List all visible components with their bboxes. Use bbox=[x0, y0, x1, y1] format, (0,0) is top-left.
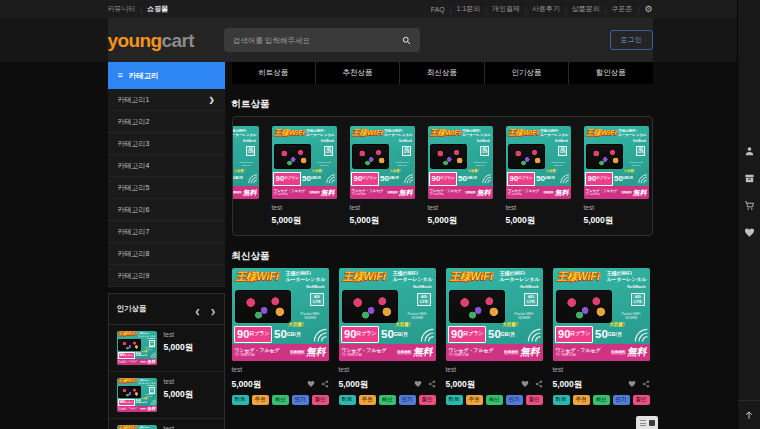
product-name[interactable]: test bbox=[232, 204, 259, 212]
tab-new[interactable]: 최신상품 bbox=[400, 62, 484, 84]
product-name[interactable]: test bbox=[232, 366, 329, 374]
ad-device-model: Pocket WiFi 501HW bbox=[296, 312, 325, 321]
product-card[interactable]: 王様WiFi 王様のWiFiルーターレンタル SoftBank 4GLTE Po… bbox=[339, 268, 436, 405]
product-card[interactable]: 王様WiFi 王様のWiFiルーターレンタル SoftBank 4GLTE Po… bbox=[232, 268, 329, 405]
view-toggle[interactable] bbox=[636, 416, 658, 429]
product-card[interactable]: 王様WiFi 王様のWiFiルーターレンタル SoftBank 4GLTE Po… bbox=[272, 126, 337, 225]
page: 커뮤니티 | 쇼핑몰 FAQ|1:1문의|개인결제|사용후기|상품문의|쿠폰존|… bbox=[0, 0, 760, 429]
topbar: 커뮤니티 | 쇼핑몰 FAQ|1:1문의|개인결제|사용후기|상품문의|쿠폰존|… bbox=[0, 0, 760, 18]
product-image[interactable]: 王様WiFi 王様のWiFiルーターレンタル SoftBank 4GLTE Po… bbox=[232, 126, 259, 199]
share-button[interactable] bbox=[428, 380, 436, 388]
popular-prev-button[interactable]: ❮ bbox=[195, 309, 200, 315]
new-section-title: 최신상품 bbox=[232, 250, 653, 261]
my-page-button[interactable] bbox=[744, 146, 755, 157]
product-card[interactable]: 王様WiFi 王様のWiFiルーターレンタル SoftBank 4GLTE Po… bbox=[506, 126, 571, 225]
sidebar-category-item[interactable]: 카테고리9 bbox=[108, 265, 225, 287]
sidebar-category-item[interactable]: 카테고리7 bbox=[108, 221, 225, 243]
product-card[interactable]: 王様WiFi 王様のWiFiルーターレンタル SoftBank 4GLTE Po… bbox=[553, 268, 650, 405]
topbar-link[interactable]: 상품문의 bbox=[572, 4, 600, 14]
gear-icon[interactable]: ⚙ bbox=[644, 5, 652, 14]
sidebar-category-item[interactable]: 카테고리2 bbox=[108, 111, 225, 133]
topbar-link[interactable]: 개인결제 bbox=[492, 4, 520, 14]
product-image[interactable]: 王様WiFi 王様のWiFiルーターレンタル SoftBank 4GLTE Po… bbox=[117, 331, 157, 365]
popular-product-item[interactable]: 王様WiFi 王様のWiFiルーターレンタル SoftBank 4GLTE Po… bbox=[109, 372, 224, 419]
product-image[interactable]: 王様WiFi 王様のWiFiルーターレンタル SoftBank 4GLTE Po… bbox=[506, 126, 571, 199]
product-image[interactable]: 王様WiFi 王様のWiFiルーターレンタル SoftBank 4GLTE Po… bbox=[339, 268, 436, 361]
search-icon[interactable] bbox=[402, 36, 411, 45]
product-card[interactable]: 王様WiFi 王様のWiFiルーターレンタル SoftBank 4GLTE Po… bbox=[446, 268, 543, 405]
topbar-link-community[interactable]: 커뮤니티 bbox=[108, 4, 136, 14]
quick-sidebar bbox=[737, 0, 760, 429]
tab-recommend[interactable]: 추천상품 bbox=[316, 62, 400, 84]
login-button[interactable]: 로그인 bbox=[610, 30, 653, 50]
product-name[interactable]: test bbox=[272, 204, 337, 212]
product-name[interactable]: test bbox=[446, 366, 543, 374]
product-image[interactable]: 王様WiFi 王様のWiFiルーターレンタル SoftBank 4GLTE Po… bbox=[584, 126, 649, 199]
search-input[interactable] bbox=[233, 36, 402, 45]
popular-product-item[interactable]: 王様WiFi 王様のWiFiルーターレンタル SoftBank 4GLTE Po… bbox=[109, 325, 224, 372]
wifi-signal-icon bbox=[150, 399, 156, 405]
search-bar bbox=[224, 28, 420, 52]
sidebar-category-item[interactable]: 카테고리4 bbox=[108, 155, 225, 177]
product-card[interactable]: 王様WiFi 王様のWiFiルーターレンタル SoftBank 4GLTE Po… bbox=[350, 126, 415, 225]
wishlist-button[interactable] bbox=[414, 380, 422, 388]
product-image[interactable]: 王様WiFi 王様のWiFiルーターレンタル SoftBank 4GLTE Po… bbox=[117, 378, 157, 412]
product-tag: 인기 bbox=[399, 395, 416, 405]
product-name[interactable]: test bbox=[553, 366, 650, 374]
list-view-icon[interactable] bbox=[640, 420, 646, 426]
product-image[interactable]: 王様WiFi 王様のWiFiルーターレンタル SoftBank 4GLTE Po… bbox=[350, 126, 415, 199]
wishlist-button[interactable] bbox=[307, 380, 315, 388]
product-card[interactable]: 王様WiFi 王様のWiFiルーターレンタル SoftBank 4GLTE Po… bbox=[584, 126, 649, 225]
order-box-button[interactable] bbox=[744, 173, 755, 184]
popular-product-item[interactable]: 王様WiFi 王様のWiFiルーターレンタル SoftBank 4GLTE Po… bbox=[109, 419, 224, 429]
popular-next-button[interactable]: ❯ bbox=[210, 309, 215, 315]
sidebar-category-item[interactable]: 카테고리6 bbox=[108, 199, 225, 221]
topbar-link-shop[interactable]: 쇼핑몰 bbox=[147, 4, 168, 14]
share-icon bbox=[642, 380, 650, 388]
product-image[interactable]: 王様WiFi 王様のWiFiルーターレンタル SoftBank 4GLTE Po… bbox=[272, 126, 337, 199]
wishlist-button[interactable] bbox=[744, 227, 755, 238]
sidebar-category-item[interactable]: 카테고리3 bbox=[108, 133, 225, 155]
ad-free-shipping: 往復送料無料 bbox=[504, 346, 540, 359]
product-name[interactable]: test bbox=[428, 204, 493, 212]
router-device-image bbox=[508, 144, 545, 170]
scroll-top-button[interactable] bbox=[738, 400, 760, 429]
topbar-link[interactable]: 쿠폰존 bbox=[612, 4, 633, 14]
tab-hit[interactable]: 히트상품 bbox=[232, 62, 316, 84]
ad-carrier: SoftBank bbox=[147, 384, 155, 386]
topbar-link[interactable]: FAQ bbox=[431, 6, 445, 13]
tab-discount[interactable]: 할인상품 bbox=[569, 62, 652, 84]
grid-view-icon[interactable] bbox=[649, 420, 655, 426]
product-card[interactable]: 王様WiFi 王様のWiFiルーターレンタル SoftBank 4GLTE Po… bbox=[232, 126, 259, 225]
logo[interactable]: youngcart bbox=[108, 31, 194, 50]
share-button[interactable] bbox=[321, 380, 329, 388]
wishlist-button[interactable] bbox=[521, 380, 529, 388]
product-image[interactable]: 王様WiFi 王様のWiFiルーターレンタル SoftBank 4GLTE Po… bbox=[553, 268, 650, 361]
new-products-grid: 王様WiFi 王様のWiFiルーターレンタル SoftBank 4GLTE Po… bbox=[232, 268, 653, 405]
tab-popular[interactable]: 인기상품 bbox=[485, 62, 569, 84]
product-image[interactable]: 王様WiFi 王様のWiFiルーターレンタル SoftBank 4GLTE Po… bbox=[117, 425, 157, 429]
product-name[interactable]: test bbox=[584, 204, 649, 212]
topbar-link[interactable]: 1:1문의 bbox=[457, 4, 481, 14]
ad-feature-text: ワンセグ・フルセグTV 視聴可能 bbox=[273, 189, 305, 196]
sidebar-category-item[interactable]: 카테고리8 bbox=[108, 243, 225, 265]
sidebar-category-item[interactable]: 카테고리5 bbox=[108, 177, 225, 199]
wishlist-button[interactable] bbox=[628, 380, 636, 388]
product-name[interactable]: test bbox=[506, 204, 571, 212]
sidebar-category-item[interactable]: 카테고리1 ❯ bbox=[108, 89, 225, 111]
product-image[interactable]: 王様WiFi 王様のWiFiルーターレンタル SoftBank 4GLTE Po… bbox=[446, 268, 543, 361]
share-button[interactable] bbox=[642, 380, 650, 388]
ad-data-amount: 大容量!50GB/月 bbox=[380, 172, 401, 186]
topbar-link[interactable]: 사용후기 bbox=[532, 4, 560, 14]
category-header[interactable]: ≡ 카테고리 bbox=[108, 62, 225, 89]
product-name[interactable]: test bbox=[350, 204, 415, 212]
product-card[interactable]: 王様WiFi 王様のWiFiルーターレンタル SoftBank 4GLTE Po… bbox=[428, 126, 493, 225]
share-button[interactable] bbox=[535, 380, 543, 388]
cart-button[interactable] bbox=[744, 200, 755, 211]
ad-device-model: Pocket WiFi 501HW bbox=[392, 161, 412, 168]
product-name[interactable]: test bbox=[339, 366, 436, 374]
ad-carrier: SoftBank bbox=[147, 337, 155, 339]
product-tags: 히트추천최신인기할인 bbox=[232, 395, 329, 405]
product-image[interactable]: 王様WiFi 王様のWiFiルーターレンタル SoftBank 4GLTE Po… bbox=[428, 126, 493, 199]
product-image[interactable]: 王様WiFi 王様のWiFiルーターレンタル SoftBank 4GLTE Po… bbox=[232, 268, 329, 361]
